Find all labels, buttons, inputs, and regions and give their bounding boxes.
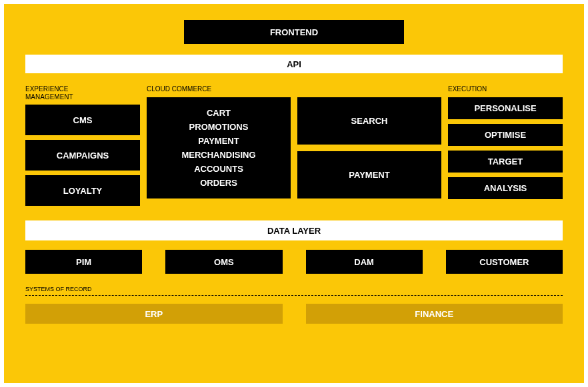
experience-management-label: EXPERIENCE MANAGEMENT (25, 85, 140, 101)
execution-label: EXECUTION (448, 85, 563, 93)
cloud-commerce-promotions: PROMOTIONS (189, 122, 249, 132)
payment-box: PAYMENT (297, 151, 441, 198)
execution-column: EXECUTION PERSONALISE OPTIMISE TARGET AN… (448, 85, 563, 206)
personalise-box: PERSONALISE (448, 97, 563, 119)
middle-row: EXPERIENCE MANAGEMENT CMS CAMPAIGNS LOYA… (25, 85, 563, 206)
architecture-diagram: FRONTEND API EXPERIENCE MANAGEMENT CMS C… (4, 4, 584, 383)
cloud-commerce-list-box: CART PROMOTIONS PAYMENT MERCHANDISING AC… (147, 97, 291, 198)
cloud-commerce-payment: PAYMENT (198, 136, 239, 146)
cloud-commerce-label: CLOUD COMMERCE (147, 85, 291, 93)
systems-of-record-label: SYSTEMS OF RECORD (25, 286, 563, 292)
cloud-commerce-left-column: CLOUD COMMERCE CART PROMOTIONS PAYMENT M… (147, 85, 291, 206)
loyalty-box: LOYALTY (25, 175, 140, 206)
records-row: ERP FINANCE (25, 304, 563, 324)
pim-box: PIM (25, 250, 142, 274)
cloud-commerce-right-column: . SEARCH PAYMENT (297, 85, 441, 206)
cloud-commerce-orders: ORDERS (200, 178, 237, 188)
systems-of-record-divider (25, 295, 563, 296)
frontend-box: FRONTEND (184, 20, 404, 44)
optimise-box: OPTIMISE (448, 124, 563, 146)
campaigns-box: CAMPAIGNS (25, 140, 140, 171)
erp-box: ERP (25, 304, 283, 324)
finance-box: FINANCE (306, 304, 563, 324)
oms-box: OMS (165, 250, 282, 274)
target-box: TARGET (448, 151, 563, 173)
cms-box: CMS (25, 105, 140, 135)
api-box: API (25, 55, 563, 73)
dam-box: DAM (306, 250, 423, 274)
customer-box: CUSTOMER (446, 250, 563, 274)
cloud-commerce-merchandising: MERCHANDISING (181, 150, 255, 160)
cloud-commerce-cart: CART (207, 108, 231, 118)
analysis-box: ANALYSIS (448, 177, 563, 199)
cloud-commerce-accounts: ACCOUNTS (194, 164, 243, 174)
search-box: SEARCH (297, 97, 441, 145)
systems-row: PIM OMS DAM CUSTOMER (25, 250, 563, 274)
data-layer-box: DATA LAYER (25, 220, 563, 240)
experience-column: EXPERIENCE MANAGEMENT CMS CAMPAIGNS LOYA… (25, 85, 140, 206)
